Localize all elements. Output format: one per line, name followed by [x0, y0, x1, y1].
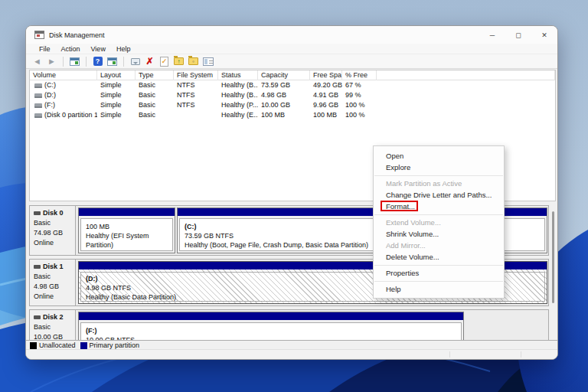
disk-management-app-icon — [34, 31, 44, 39]
title-bar[interactable]: Disk Management ─ ◻ ✕ — [26, 26, 557, 44]
open-folder-icon[interactable]: ↑ — [173, 56, 185, 67]
menu-file[interactable]: File — [34, 45, 56, 53]
menu-action[interactable]: Action — [56, 45, 86, 53]
column-header-type[interactable]: Type — [136, 70, 174, 80]
console-window-icon[interactable] — [69, 56, 80, 67]
dialog-icon[interactable] — [129, 56, 141, 67]
volume-list-header: Volume Layout Type File System Status Ca… — [30, 70, 555, 80]
column-header-pct-free[interactable]: % Free — [342, 70, 377, 80]
volume-row-f[interactable]: (F:) Simple Basic NTFS Healthy (P... 10.… — [30, 100, 555, 110]
close-button[interactable]: ✕ — [531, 26, 557, 44]
forward-icon[interactable]: ► — [46, 56, 57, 67]
volume-icon — [34, 83, 42, 88]
partition-color-bar — [79, 208, 175, 216]
context-menu: Open Explore Mark Partition as Active Ch… — [373, 145, 505, 299]
maximize-button[interactable]: ◻ — [505, 26, 531, 44]
disk-icon — [34, 315, 41, 319]
column-header-volume[interactable]: Volume — [30, 70, 97, 80]
menu-item-mark-partition-active: Mark Partition as Active — [374, 178, 504, 189]
menu-item-format[interactable]: Format... — [374, 201, 504, 212]
partition-color-bar — [79, 312, 463, 320]
primary-partition-swatch — [80, 342, 87, 349]
menu-item-open[interactable]: Open — [374, 150, 504, 162]
window-title: Disk Management — [49, 31, 105, 39]
column-header-layout[interactable]: Layout — [97, 70, 136, 80]
column-header-capacity[interactable]: Capacity — [258, 70, 310, 80]
volume-row-d[interactable]: (D:) Simple Basic NTFS Healthy (B... 4.9… — [30, 90, 555, 100]
properties-icon[interactable] — [202, 56, 214, 67]
volume-row-c[interactable]: (C:) Simple Basic NTFS Healthy (B... 73.… — [30, 80, 555, 90]
disk-2-header[interactable]: Disk 2 Basic 10.00 GB Online — [30, 310, 76, 340]
disk-0-header[interactable]: Disk 0 Basic 74.98 GB Online — [30, 206, 76, 255]
volume-icon — [34, 103, 42, 108]
menu-item-add-mirror: Add Mirror... — [374, 240, 504, 251]
toolbar-separator — [123, 57, 124, 67]
menu-item-shrink-volume[interactable]: Shrink Volume... — [374, 228, 504, 240]
disk-2-row: Disk 2 Basic 10.00 GB Online (F:) 10.00 … — [29, 309, 549, 340]
statusbar-divider — [449, 351, 450, 358]
column-header-free-space[interactable]: Free Spa... — [310, 70, 342, 80]
partition-f[interactable]: (F:) 10.00 GB NTFS Healthy (Primary Part… — [78, 312, 464, 340]
disk-icon — [34, 211, 41, 215]
volume-row-disk0-partition1[interactable]: (Disk 0 partition 1) Simple Basic Health… — [30, 110, 555, 120]
explore-folder-icon[interactable]: ◦ — [188, 56, 199, 67]
menu-item-explore[interactable]: Explore — [374, 162, 504, 173]
minimize-button[interactable]: ─ — [479, 26, 505, 44]
status-bar — [26, 349, 557, 359]
unallocated-swatch — [30, 342, 37, 349]
toolbar: ◄ ► ? ✗ ✓ ↑ ◦ — [26, 54, 557, 69]
menu-item-extend-volume: Extend Volume... — [374, 217, 504, 228]
column-header-status[interactable]: Status — [218, 70, 258, 80]
delete-volume-icon[interactable]: ✗ — [144, 56, 155, 67]
vertical-scrollbar[interactable] — [552, 211, 554, 303]
toolbar-separator — [86, 57, 87, 67]
volume-icon — [34, 93, 42, 98]
back-icon[interactable]: ◄ — [31, 56, 43, 67]
menu-help[interactable]: Help — [111, 45, 136, 53]
disk-icon — [34, 265, 41, 269]
disk-1-header[interactable]: Disk 1 Basic 4.98 GB Online — [30, 260, 76, 305]
menu-item-change-drive-letter[interactable]: Change Drive Letter and Paths... — [374, 189, 504, 201]
mark-partition-icon[interactable]: ✓ — [158, 56, 170, 67]
menu-bar: File Action View Help — [26, 44, 557, 54]
partition-efi[interactable]: 100 MB Healthy (EFI System Partition) — [78, 207, 175, 253]
legend-unallocated: Unallocated — [30, 341, 76, 349]
legend-primary-partition: Primary partition — [80, 341, 140, 349]
menu-item-properties[interactable]: Properties — [374, 267, 504, 279]
statusbar-divider — [521, 351, 521, 358]
toolbar-separator — [63, 57, 64, 67]
volume-icon — [34, 113, 42, 118]
column-header-file-system[interactable]: File System — [174, 70, 218, 80]
help-icon[interactable]: ? — [92, 56, 103, 67]
action-pane-icon[interactable] — [106, 56, 118, 67]
menu-item-help[interactable]: Help — [374, 283, 504, 295]
menu-view[interactable]: View — [86, 45, 111, 53]
menu-item-delete-volume[interactable]: Delete Volume... — [374, 251, 504, 263]
